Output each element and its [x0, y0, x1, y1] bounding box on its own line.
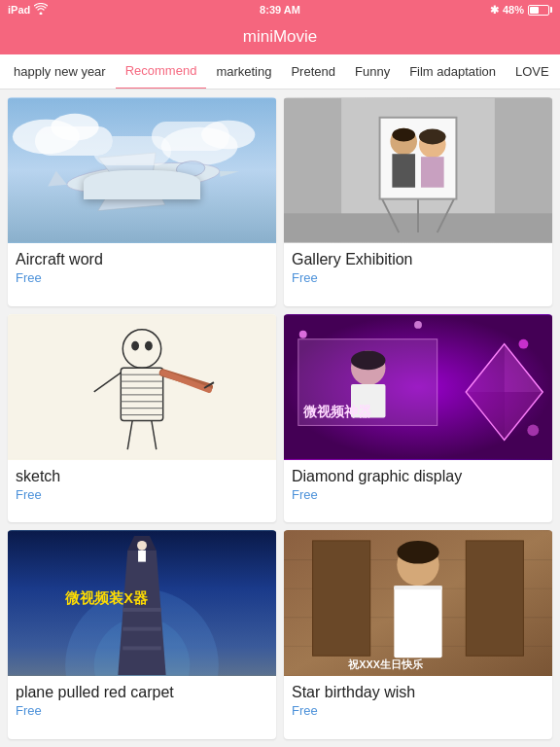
app-title: miniMovie	[243, 27, 318, 47]
card-free-aircraft: Free	[16, 270, 268, 285]
card-sketch[interactable]: sketch Free	[8, 314, 276, 523]
svg-point-45	[299, 330, 307, 338]
card-title-sketch: sketch	[16, 468, 268, 485]
svg-rect-81	[394, 587, 441, 658]
category-funny[interactable]: Funny	[345, 54, 400, 89]
svg-point-24	[419, 129, 446, 145]
category-pretend[interactable]: Pretend	[281, 54, 345, 89]
card-image-gallery	[284, 97, 552, 243]
category-filmadaptation[interactable]: Film adaptation	[400, 54, 506, 89]
svg-text:微视频神器: 微视频神器	[302, 403, 372, 418]
svg-point-57	[351, 350, 385, 370]
category-marketing[interactable]: marketing	[206, 54, 281, 89]
status-time: 8:39 AM	[260, 4, 300, 16]
card-aircraft-word[interactable]: 机场东方文学培训基地 Aircraft word Free	[8, 97, 276, 306]
svg-rect-77	[466, 541, 523, 656]
carrier-label: iPad	[8, 4, 30, 16]
svg-point-28	[131, 340, 139, 350]
svg-text:微视频装X器: 微视频装X器	[64, 589, 149, 606]
card-gallery-exhibition[interactable]: Gallery Exhibition Free	[284, 97, 552, 306]
card-info-star-birthday: Star birthday wish Free	[284, 676, 552, 724]
svg-marker-7	[95, 178, 164, 211]
card-free-star-birthday: Free	[292, 703, 544, 718]
card-info-diamond: Diamond graphic display Free	[284, 460, 552, 508]
card-info-gallery: Gallery Exhibition Free	[284, 243, 552, 291]
svg-point-4	[201, 121, 255, 150]
card-image-plane-carpet: 微视频装X器	[8, 530, 276, 676]
svg-rect-67	[122, 647, 160, 651]
svg-point-2	[51, 114, 98, 141]
svg-text:祝XXX生日快乐: 祝XXX生日快乐	[347, 658, 423, 670]
svg-text:机场东方文学培训基地: 机场东方文学培训基地	[115, 173, 173, 185]
card-info-sketch: sketch Free	[8, 460, 276, 508]
card-title-plane-carpet: plane pulled red carpet	[16, 684, 268, 701]
card-title-aircraft: Aircraft word	[16, 251, 268, 268]
battery-indicator	[528, 5, 552, 16]
svg-rect-65	[122, 608, 160, 612]
category-happynewyear[interactable]: happly new year	[4, 54, 116, 89]
svg-point-68	[137, 541, 147, 551]
wifi-icon	[34, 3, 48, 17]
svg-marker-8	[98, 153, 158, 180]
card-free-gallery: Free	[292, 270, 544, 285]
bluetooth-icon: ✱	[490, 4, 499, 17]
card-free-plane-carpet: Free	[16, 703, 268, 718]
status-left: iPad	[8, 3, 48, 17]
svg-rect-21	[392, 154, 415, 188]
title-bar: miniMovie	[0, 19, 560, 54]
card-image-star: 祝XXX生日快乐	[284, 530, 552, 676]
category-love[interactable]: LOVE	[506, 54, 559, 89]
svg-rect-19	[380, 118, 457, 199]
svg-point-29	[145, 340, 153, 350]
category-nav[interactable]: happly new year Recommend marketing Pret…	[0, 54, 560, 89]
svg-point-48	[527, 424, 539, 436]
card-image-diamond: 微视频神器	[284, 314, 552, 460]
card-title-gallery: Gallery Exhibition	[292, 251, 544, 268]
status-right: ✱ 48%	[490, 4, 552, 17]
svg-rect-23	[421, 157, 444, 188]
card-star-birthday[interactable]: 祝XXX生日快乐 Star birthday wish Free	[284, 530, 552, 739]
svg-point-46	[519, 338, 529, 348]
card-diamond-graphic[interactable]: 微视频神器 Diamond graphic display Free	[284, 314, 552, 523]
card-image-sketch	[8, 314, 276, 460]
svg-point-25	[392, 128, 415, 142]
category-recommend[interactable]: Recommend	[116, 54, 207, 89]
content-grid: 机场东方文学培训基地 Aircraft word Free	[0, 89, 560, 747]
svg-rect-69	[138, 551, 146, 562]
card-free-diamond: Free	[292, 487, 544, 502]
card-info-plane-carpet: plane pulled red carpet Free	[8, 676, 276, 724]
card-title-diamond: Diamond graphic display	[292, 468, 544, 485]
svg-rect-82	[394, 587, 441, 590]
svg-rect-66	[122, 627, 160, 631]
card-info-aircraft: Aircraft word Free	[8, 243, 276, 291]
card-plane-carpet[interactable]: 微视频装X器 plane pulled red carpet Free	[8, 530, 276, 739]
card-title-star-birthday: Star birthday wish	[292, 684, 544, 701]
svg-point-79	[397, 541, 438, 564]
status-bar: iPad 8:39 AM ✱ 48%	[0, 0, 560, 19]
svg-rect-26	[8, 315, 276, 459]
card-image-aircraft: 机场东方文学培训基地	[8, 97, 276, 243]
svg-rect-76	[313, 541, 370, 656]
card-free-sketch: Free	[16, 487, 268, 502]
battery-percent: 48%	[503, 4, 524, 16]
svg-point-49	[414, 321, 422, 329]
